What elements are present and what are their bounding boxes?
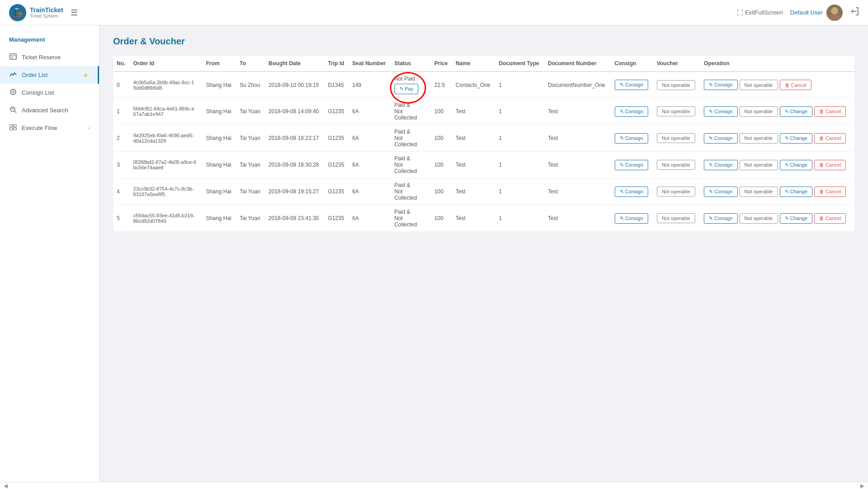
cell-order-id: 9a3925eb-f0a6-4690-aed6-d0a12cda1328 — [129, 125, 202, 152]
cell-seat-number: 6A — [349, 178, 391, 205]
consign-button[interactable]: ✎ Consign — [704, 80, 737, 90]
cell-doc-type: 1 — [495, 205, 544, 232]
change-button[interactable]: ✎ Change — [780, 160, 813, 170]
consign-col-button[interactable]: ✎ Consign — [615, 106, 648, 117]
sidebar-item-advanced-search[interactable]: Advanced Search — [0, 101, 99, 119]
not-operable-button: Not operable — [740, 133, 778, 144]
consign-button[interactable]: ✎ Consign — [704, 133, 737, 144]
not-operable-button: Not operable — [740, 160, 778, 170]
cancel-button[interactable]: 🗑 Cancel — [814, 213, 846, 224]
consign-list-label: Consign List — [22, 89, 54, 96]
cell-voucher: Not operable — [653, 205, 700, 232]
cell-voucher: Not operable — [653, 178, 700, 205]
cell-bought-date: 2018-09-08 18:30:28 — [265, 152, 324, 178]
cell-name: Test — [452, 152, 495, 178]
sidebar-item-consign-list[interactable]: Consign List — [0, 84, 99, 101]
cell-consign: ✎ Consign — [611, 72, 653, 98]
consign-button[interactable]: ✎ Consign — [704, 160, 737, 170]
logout-button[interactable] — [850, 7, 859, 18]
not-operable-button: Not operable — [740, 187, 778, 197]
status-paid-not-collected: Paid &NotCollected — [394, 129, 427, 148]
header-left: 🚂 TrainTicket Ticket System ☰ — [9, 4, 78, 21]
cell-order-id: 4c0b5a5a-2b0b-49ac-8cc-19dd0df8b6d8 — [129, 72, 202, 98]
cell-name: Test — [452, 178, 495, 205]
operation-group: ✎ Consign Not operable🗑 Cancel — [704, 80, 851, 90]
advanced-search-label: Advanced Search — [22, 107, 68, 114]
order-list-star: ★ — [83, 72, 89, 79]
ticket-reserve-icon — [9, 53, 17, 62]
cell-no: 4 — [113, 178, 129, 205]
cell-doc-number: Test — [544, 125, 611, 152]
consign-col-button[interactable]: ✎ Consign — [615, 133, 648, 144]
cell-voucher: Not operable — [653, 152, 700, 178]
svg-point-10 — [11, 108, 12, 109]
cell-status: Paid &NotCollected — [391, 205, 431, 232]
cell-voucher: Not operable — [653, 98, 700, 125]
col-doc-number: Document Number — [544, 56, 611, 72]
cell-doc-type: 1 — [495, 125, 544, 152]
consign-list-icon — [9, 88, 17, 97]
change-button[interactable]: ✎ Change — [780, 187, 813, 197]
sidebar-item-order-list[interactable]: Order List ★ — [0, 66, 99, 84]
menu-toggle[interactable]: ☰ — [71, 8, 78, 18]
user-info[interactable]: Default User — [790, 5, 843, 21]
cell-operation: ✎ Consign Not operable✎ Change 🗑 Cancel — [700, 205, 854, 232]
sidebar-item-execute-flow[interactable]: Execute Flow › — [0, 119, 99, 137]
scroll-right-arrow[interactable]: ▶ — [860, 483, 864, 489]
exit-fullscreen-button[interactable]: ⛶ ExitFullScreen — [737, 9, 783, 16]
table-row: 4 23cc0b32-8754-4c7c-8c3b-63107a5ee8f5 S… — [113, 178, 854, 205]
cell-trip-id: D1345 — [324, 72, 349, 98]
operation-group: ✎ Consign Not operable✎ Change 🗑 Cancel — [704, 106, 851, 117]
cell-status: Paid &NotCollected — [391, 152, 431, 178]
svg-line-13 — [14, 111, 16, 113]
pay-button[interactable]: ✎ Pay — [394, 84, 418, 94]
cell-order-id: 0f288bd2-87a2-4b05-a9ce-6bc56e74aae8 — [129, 152, 202, 178]
cell-bought-date: 2018-09-10 00:19:15 — [265, 72, 324, 98]
svg-rect-16 — [10, 128, 13, 130]
change-button[interactable]: ✎ Change — [780, 213, 813, 224]
cell-price: 100 — [431, 152, 452, 178]
change-button[interactable]: ✎ Change — [780, 106, 813, 117]
cancel-button[interactable]: 🗑 Cancel — [814, 187, 846, 197]
consign-col-button[interactable]: ✎ Consign — [615, 187, 648, 197]
status-paid-not-collected: Paid &NotCollected — [394, 209, 427, 228]
col-price: Price — [431, 56, 452, 72]
cell-doc-number: Test — [544, 178, 611, 205]
horizontal-scrollbar[interactable]: ◀ ▶ — [0, 482, 868, 489]
cell-to: Tai Yuan — [236, 178, 265, 205]
cell-operation: ✎ Consign Not operable✎ Change 🗑 Cancel — [700, 178, 854, 205]
consign-col-button[interactable]: ✎ Consign — [615, 80, 648, 90]
sidebar-item-ticket-reserve[interactable]: Ticket Reserve — [0, 48, 99, 66]
col-name: Name — [452, 56, 495, 72]
fullscreen-icon: ⛶ — [737, 9, 743, 16]
cell-from: Shang Hai — [202, 205, 236, 232]
cell-price: 22.5 — [431, 72, 452, 98]
cell-consign: ✎ Consign — [611, 152, 653, 178]
cancel-button[interactable]: 🗑 Cancel — [814, 106, 846, 117]
change-button[interactable]: ✎ Change — [780, 133, 813, 144]
consign-col-button[interactable]: ✎ Consign — [615, 160, 648, 170]
cancel-button[interactable]: 🗑 Cancel — [780, 80, 811, 90]
scroll-left-arrow[interactable]: ◀ — [4, 483, 8, 489]
consign-button[interactable]: ✎ Consign — [704, 213, 737, 224]
cell-consign: ✎ Consign — [611, 98, 653, 125]
svg-rect-15 — [14, 125, 16, 127]
cell-to: Su Zhou — [236, 72, 265, 98]
consign-col-button[interactable]: ✎ Consign — [615, 213, 648, 224]
cell-name: Contacts_One — [452, 72, 495, 98]
cell-name: Test — [452, 125, 495, 152]
cell-doc-number: Test — [544, 98, 611, 125]
col-order-id: Order Id — [129, 56, 202, 72]
cell-from: Shang Hai — [202, 98, 236, 125]
cell-from: Shang Hai — [202, 72, 236, 98]
cell-status: Paid &NotCollected — [391, 98, 431, 125]
cell-voucher: Not operable — [653, 72, 700, 98]
cancel-button[interactable]: 🗑 Cancel — [814, 133, 846, 144]
consign-button[interactable]: ✎ Consign — [704, 106, 737, 117]
cell-doc-number: Test — [544, 205, 611, 232]
cell-order-id: c564ac55-93ee-41d5-b218-86cd92d07849 — [129, 205, 202, 232]
cancel-button[interactable]: 🗑 Cancel — [814, 160, 846, 170]
voucher-not-operable: Not operable — [657, 133, 695, 143]
col-doc-type: Document Type — [495, 56, 544, 72]
consign-button[interactable]: ✎ Consign — [704, 187, 737, 197]
